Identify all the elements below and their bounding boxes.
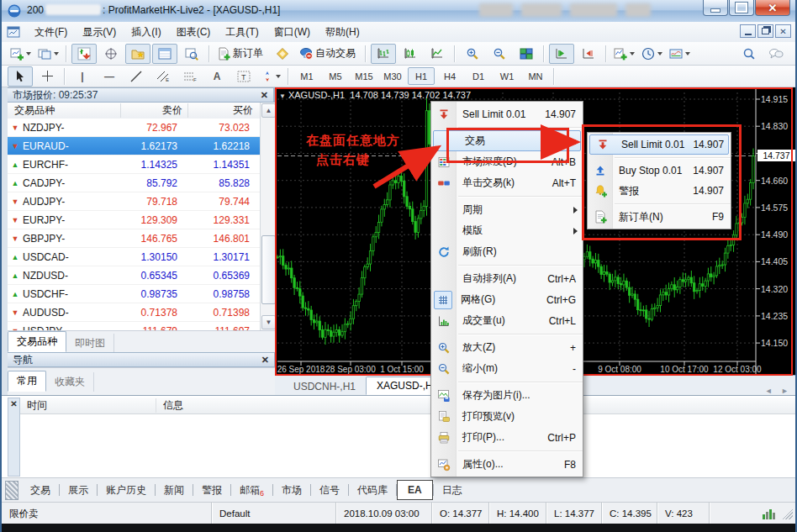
market-watch-scrollbar[interactable]: ▲ ▼ bbox=[260, 103, 276, 330]
zoom-in-button[interactable] bbox=[460, 44, 485, 64]
new-order-button[interactable]: 新订单 bbox=[214, 44, 268, 64]
auto-scroll-button[interactable] bbox=[549, 44, 574, 64]
terminal-tab-代码库[interactable]: 代码库 bbox=[349, 480, 396, 501]
tab-scroll-arrows[interactable]: ◄ ► bbox=[765, 387, 797, 395]
market-watch-row-USDCAD-[interactable]: ▲USDCAD-1.301501.30171 bbox=[8, 248, 260, 266]
submenu-item-Sell Limit 0.01[interactable]: Sell Limit 0.0114.907 bbox=[589, 134, 729, 155]
terminal-button[interactable] bbox=[152, 44, 177, 64]
context-menu-item-属性(o)...[interactable]: 属性(o)...F8 bbox=[431, 454, 583, 475]
horizontal-line-button[interactable]: — bbox=[97, 66, 122, 87]
text-label-button[interactable]: T bbox=[231, 66, 256, 87]
context-menu-item-保存为图片(i)...[interactable]: 保存为图片(i)... bbox=[431, 385, 583, 406]
column-bid[interactable]: 卖价 bbox=[120, 103, 187, 118]
terminal-tab-EA[interactable]: EA bbox=[397, 480, 433, 500]
templates-button[interactable] bbox=[667, 44, 693, 64]
market-watch-row-AUDUSD-[interactable]: ▼AUDUSD-0.713780.71398 bbox=[8, 303, 260, 322]
profiles-button[interactable] bbox=[35, 44, 61, 64]
market-watch-row-GBPJPY-[interactable]: ▼GBPJPY-146.765146.801 bbox=[8, 229, 260, 248]
chevron-down-icon[interactable]: ▼ bbox=[279, 92, 286, 100]
crosshair-button[interactable] bbox=[34, 66, 60, 87]
scroll-up-icon[interactable]: ▲ bbox=[261, 103, 276, 118]
periods-button[interactable] bbox=[639, 44, 665, 64]
timeframe-H1[interactable]: H1 bbox=[408, 67, 435, 85]
menu-item-文件F[interactable]: 文件(F) bbox=[27, 24, 75, 40]
context-menu-item-成交量(u)[interactable]: 成交量(u)Ctrl+L bbox=[431, 310, 583, 331]
chart-tab-usdcnh[interactable]: USDCNH-,H1 bbox=[283, 378, 366, 395]
arrows-button[interactable] bbox=[258, 66, 283, 87]
menu-item-工具T[interactable]: 工具(T) bbox=[218, 24, 266, 40]
tab-common[interactable]: 常用 bbox=[8, 371, 46, 392]
market-watch-row-CADJPY-[interactable]: ▲CADJPY-85.79285.828 bbox=[8, 174, 260, 192]
submenu-item-新订单(N)[interactable]: 新订单(N)F9 bbox=[588, 207, 731, 227]
zoom-out-button[interactable] bbox=[487, 44, 512, 64]
market-watch-row-NZDUSD-[interactable]: ▲NZDUSD-0.653450.65369 bbox=[8, 266, 260, 285]
scrollbar-thumb[interactable] bbox=[261, 235, 276, 304]
terminal-tab-交易[interactable]: 交易 bbox=[22, 480, 59, 501]
context-menu-item-自动排列(A)[interactable]: 自动排列(A)Ctrl+A bbox=[431, 268, 583, 289]
market-watch-row-EURJPY-[interactable]: ▼EURJPY-129.309129.331 bbox=[8, 211, 260, 229]
tab-favorites[interactable]: 收藏夹 bbox=[46, 372, 94, 392]
text-button[interactable]: A bbox=[204, 66, 230, 87]
terminal-tab-警报[interactable]: 警报 bbox=[193, 480, 230, 501]
close-button[interactable]: ✕ bbox=[755, 0, 790, 16]
terminal-tab-信号[interactable]: 信号 bbox=[311, 480, 348, 501]
tile-windows-button[interactable] bbox=[514, 44, 539, 64]
menu-item-显示V[interactable]: 显示(V) bbox=[75, 24, 124, 40]
candlestick-chart-button[interactable] bbox=[398, 44, 423, 64]
timeframe-M30[interactable]: M30 bbox=[379, 67, 406, 85]
data-window-button[interactable] bbox=[98, 44, 124, 64]
timeframe-D1[interactable]: D1 bbox=[465, 67, 492, 85]
market-watch-row-USDCHF-[interactable]: ▲USDCHF-0.987350.98758 bbox=[8, 285, 260, 303]
terminal-tab-邮箱[interactable]: 邮箱6 bbox=[231, 480, 272, 501]
context-menu-item-市场深度(D)[interactable]: 市场深度(D)Alt+B bbox=[431, 151, 583, 172]
timeframe-M1[interactable]: M1 bbox=[293, 67, 320, 85]
market-watch-button[interactable] bbox=[71, 44, 97, 64]
close-icon[interactable]: ✕ bbox=[261, 355, 269, 366]
context-menu-item-打印(P)...[interactable]: 打印(P)...Ctrl+P bbox=[431, 427, 583, 448]
context-menu-item-模版[interactable]: 模版 bbox=[431, 220, 583, 241]
new-chart-button[interactable] bbox=[8, 44, 34, 64]
trendline-button[interactable] bbox=[124, 66, 149, 87]
context-menu-item-Sell Limit 0.01[interactable]: Sell Limit 0.0114.907 bbox=[431, 103, 583, 124]
market-watch-row-EURAUD-[interactable]: ▼EURAUD-1.621731.62218 bbox=[8, 137, 260, 155]
column-message[interactable]: 信息 bbox=[156, 398, 183, 413]
vertical-line-button[interactable]: | bbox=[70, 66, 95, 87]
market-watch-row-NZDJPY-[interactable]: ▼NZDJPY-72.96773.023 bbox=[8, 119, 260, 137]
context-menu-item-周期[interactable]: 周期 bbox=[431, 199, 583, 220]
close-icon[interactable]: ✕ bbox=[261, 90, 268, 101]
search-button[interactable] bbox=[736, 44, 762, 64]
chat-button[interactable] bbox=[763, 44, 789, 64]
submenu-item-Buy Stop 0.01[interactable]: Buy Stop 0.0114.907 bbox=[588, 161, 731, 181]
column-ask[interactable]: 买价 bbox=[187, 103, 258, 118]
context-menu-item-打印预览(v)[interactable]: 打印预览(v) bbox=[431, 406, 583, 427]
close-icon[interactable]: ✕ bbox=[8, 398, 19, 409]
tab-symbols[interactable]: 交易品种 bbox=[8, 331, 66, 352]
navigator-button[interactable] bbox=[125, 44, 150, 64]
market-watch-row-AUDJPY-[interactable]: ▼AUDJPY-79.71879.744 bbox=[8, 192, 260, 211]
menu-item-图表C[interactable]: 图表(C) bbox=[169, 24, 219, 40]
scroll-down-icon[interactable]: ▼ bbox=[261, 315, 276, 329]
terminal-tab-新闻[interactable]: 新闻 bbox=[156, 480, 193, 501]
fibonacci-button[interactable]: F bbox=[177, 66, 203, 87]
column-symbol[interactable]: 交易品种 bbox=[8, 103, 120, 118]
timeframe-M15[interactable]: M15 bbox=[351, 67, 377, 85]
context-menu-item-放大(Z)[interactable]: 放大(Z)+ bbox=[431, 337, 583, 358]
resize-grip[interactable] bbox=[782, 508, 793, 519]
metaeditor-button[interactable] bbox=[270, 44, 295, 64]
strategy-tester-button[interactable] bbox=[179, 44, 204, 64]
terminal-tab-账户历史[interactable]: 账户历史 bbox=[98, 480, 155, 501]
equidistant-channel-button[interactable]: E bbox=[150, 66, 176, 87]
terminal-tab-展示[interactable]: 展示 bbox=[60, 480, 97, 501]
chart-shift-button[interactable] bbox=[576, 44, 601, 64]
timeframe-H4[interactable]: H4 bbox=[436, 67, 463, 85]
indicators-button[interactable] bbox=[611, 44, 637, 64]
minimize-button[interactable] bbox=[703, 0, 728, 16]
bar-chart-button[interactable] bbox=[371, 44, 396, 64]
column-time[interactable]: 时间 bbox=[20, 398, 156, 413]
line-chart-button[interactable] bbox=[425, 44, 450, 64]
menu-item-窗口W[interactable]: 窗口(W) bbox=[267, 24, 318, 40]
autotrading-button[interactable]: 自动交易 bbox=[297, 44, 361, 64]
child-minimize-button[interactable] bbox=[740, 24, 756, 38]
timeframe-MN[interactable]: MN bbox=[522, 67, 549, 85]
market-watch-row-EURCHF-[interactable]: ▲EURCHF-1.143251.14351 bbox=[8, 155, 260, 174]
